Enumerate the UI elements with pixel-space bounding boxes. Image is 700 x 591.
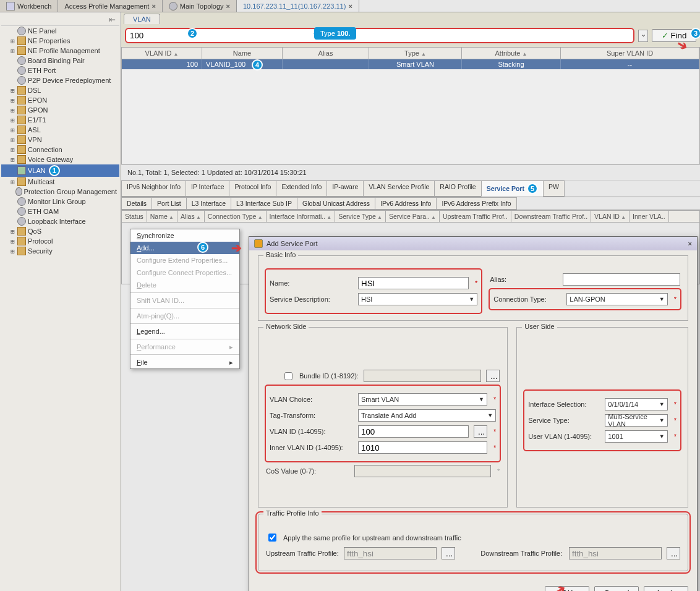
find-button[interactable]: ✓ Find	[652, 29, 696, 42]
expander-icon[interactable]: ⊞	[10, 178, 15, 186]
subtab2-l3-interface[interactable]: L3 Interface	[186, 197, 231, 210]
subtab-protocol-info[interactable]: Protocol Info	[229, 181, 276, 197]
expander-icon[interactable]: ⊞	[10, 96, 15, 104]
subtab-ip-aware[interactable]: IP-aware	[327, 181, 364, 197]
subtab-ip-interface[interactable]: IP Interface	[186, 181, 230, 197]
expander-icon[interactable]: ⊞	[10, 106, 15, 114]
expander-icon[interactable]: ⊞	[10, 237, 15, 245]
inner-vlan-field[interactable]	[358, 441, 487, 454]
sidebar-item-board-binding-pair[interactable]: Board Binding Pair	[1, 56, 119, 66]
sidebar-item-e1-t1[interactable]: ⊞E1/T1	[1, 115, 119, 125]
sidebar-item-dsl[interactable]: ⊞DSL	[1, 85, 119, 95]
service-type-select[interactable]: Multi-Service VLAN▼	[605, 414, 667, 427]
sidebar-item-protection-group-management[interactable]: Protection Group Management	[1, 187, 119, 197]
downstream-browse-button[interactable]: ...	[667, 547, 680, 559]
cancel-button[interactable]: Cancel	[594, 586, 639, 591]
search-input[interactable]	[125, 28, 634, 43]
search-dropdown-icon[interactable]: ⌄	[638, 30, 648, 42]
sidebar-item-asl[interactable]: ⊞ASL	[1, 125, 119, 135]
expander-icon[interactable]: ⊞	[10, 126, 15, 134]
ok-button[interactable]: OK	[545, 586, 589, 591]
sp-col-service-type[interactable]: Service Type ▲	[335, 211, 386, 222]
ctx-synchronize[interactable]: Synchronize	[130, 229, 239, 242]
ctx-file[interactable]: File ▸	[130, 356, 239, 368]
tab-access-profile[interactable]: Access Profile Management ×	[58, 0, 162, 12]
expander-icon[interactable]: ⊞	[10, 37, 15, 45]
col-alias[interactable]: Alias	[283, 48, 369, 59]
expander-icon[interactable]: ⊞	[10, 87, 15, 95]
sidebar-item-ne-properties[interactable]: ⊞NE Properties	[1, 36, 119, 46]
connection-type-select[interactable]: LAN-GPON▼	[566, 293, 667, 305]
tab-vlan[interactable]: VLAN	[124, 14, 160, 24]
subtab-ipv6-neighbor-info[interactable]: IPv6 Neighbor Info	[121, 181, 186, 197]
vlan-id-field[interactable]	[358, 425, 469, 438]
expander-icon[interactable]: ⊞	[10, 47, 15, 55]
sp-col-status[interactable]: Status	[122, 211, 147, 222]
sidebar-item-connection[interactable]: ⊞Connection	[1, 145, 119, 155]
sidebar-item-protocol[interactable]: ⊞Protocol	[1, 236, 119, 246]
tab-ip-device[interactable]: 10.167.223.11_11(10.167.223.11) ×	[237, 0, 359, 12]
expander-icon[interactable]: ⊞	[10, 227, 15, 236]
close-icon[interactable]: ×	[152, 2, 155, 10]
subtab-service-port[interactable]: Service Port5	[481, 181, 544, 197]
sidebar-item-eth-port[interactable]: ETH Port	[1, 66, 119, 75]
sidebar-item-vlan[interactable]: VLAN1	[1, 164, 119, 177]
close-icon[interactable]: ×	[226, 2, 230, 10]
expander-icon[interactable]: ⊞	[10, 136, 15, 144]
sp-col-vlan-id[interactable]: VLAN ID ▲	[591, 211, 630, 222]
subtab2-l3-interface-sub-ip[interactable]: L3 Interface Sub IP	[231, 197, 297, 210]
subtab2-global-unicast-address[interactable]: Global Unicast Address	[297, 197, 375, 210]
close-icon[interactable]: ×	[348, 2, 352, 10]
sidebar-item-monitor-link-group[interactable]: Monitor Link Group	[1, 197, 119, 206]
sidebar-item-loopback-interface[interactable]: Loopback Interface	[1, 216, 119, 226]
bundle-id-checkbox[interactable]	[284, 372, 292, 380]
sidebar-item-epon[interactable]: ⊞EPON	[1, 95, 119, 105]
expander-icon[interactable]: ⊞	[10, 116, 15, 124]
user-vlan-select[interactable]: 1001▼	[605, 430, 667, 443]
service-desc-select[interactable]: HSI▼	[358, 293, 477, 305]
col-type[interactable]: Type ▲	[369, 48, 462, 59]
sp-col-connection-type[interactable]: Connection Type ▲	[205, 211, 267, 222]
table-row[interactable]: 100 VLANID_100 Smart VLAN Stacking --	[122, 59, 699, 69]
ctx-legend[interactable]: Legend...	[130, 325, 239, 338]
subtab-vlan-service-profile[interactable]: VLAN Service Profile	[363, 181, 435, 197]
sidebar-item-gpon[interactable]: ⊞GPON	[1, 105, 119, 115]
expander-icon[interactable]: ⊞	[10, 247, 15, 255]
col-vlanid[interactable]: VLAN ID ▲	[122, 48, 202, 59]
sidebar-item-qos[interactable]: ⊞QoS	[1, 226, 119, 236]
interface-selection-select[interactable]: 0/1/0/1/14▼	[605, 398, 667, 410]
sidebar-item-security[interactable]: ⊞Security	[1, 246, 119, 256]
dialog-close-icon[interactable]: ×	[688, 240, 692, 247]
sidebar-item-ne-profile-management[interactable]: ⊞NE Profile Management	[1, 46, 119, 56]
same-profile-checkbox[interactable]	[268, 534, 276, 542]
vlan-choice-select[interactable]: Smart VLAN▼	[358, 393, 487, 406]
subtab-raio-profile[interactable]: RAIO Profile	[434, 181, 481, 197]
tab-workbench[interactable]: Workbench	[0, 0, 58, 12]
col-name[interactable]: Name	[202, 48, 283, 59]
sidebar-item-voice-gateway[interactable]: ⊞Voice Gateway	[1, 155, 119, 164]
sidebar-item-p2p-device-predeployment[interactable]: P2P Device Predeployment	[1, 75, 119, 85]
subtab2-port-list[interactable]: Port List	[152, 197, 187, 210]
alias-field[interactable]	[563, 273, 680, 286]
sp-col-inner-vla-[interactable]: Inner VLA..	[630, 211, 669, 222]
sidebar-collapse-icon[interactable]: ⇤	[1, 14, 119, 26]
expander-icon[interactable]: ⊞	[10, 156, 15, 164]
col-supervlan[interactable]: Super VLAN ID	[561, 48, 699, 59]
sp-col-interface-informati-[interactable]: Interface Informati.. ▲	[267, 211, 336, 222]
sp-col-downstream-traffic-prof-[interactable]: Downstream Traffic Prof..	[511, 211, 591, 222]
subtab2-ipv6-address-info[interactable]: IPv6 Address Info	[375, 197, 437, 210]
sp-col-service-para-[interactable]: Service Para.. ▲	[386, 211, 440, 222]
sidebar-item-eth-oam[interactable]: ETH OAM	[1, 206, 119, 216]
name-field[interactable]	[358, 277, 469, 289]
tab-main-topology[interactable]: Main Topology ×	[163, 0, 237, 12]
upstream-browse-button[interactable]: ...	[442, 547, 455, 559]
sidebar-item-vpn[interactable]: ⊞VPN	[1, 135, 119, 145]
tag-transform-select[interactable]: Translate And Add▼	[358, 409, 496, 422]
subtab2-ipv6-address-prefix-info[interactable]: IPv6 Address Prefix Info	[436, 197, 516, 210]
bundle-browse-button[interactable]: ...	[486, 370, 500, 382]
sidebar-item-ne-panel[interactable]: NE Panel	[1, 26, 119, 36]
dialog-titlebar[interactable]: Add Service Port ×	[249, 237, 697, 250]
sp-col-upstream-traffic-prof-[interactable]: Upstream Traffic Prof..	[440, 211, 511, 222]
subtab-pw[interactable]: PW	[543, 181, 565, 197]
col-attribute[interactable]: Attribute ▲	[462, 48, 561, 59]
